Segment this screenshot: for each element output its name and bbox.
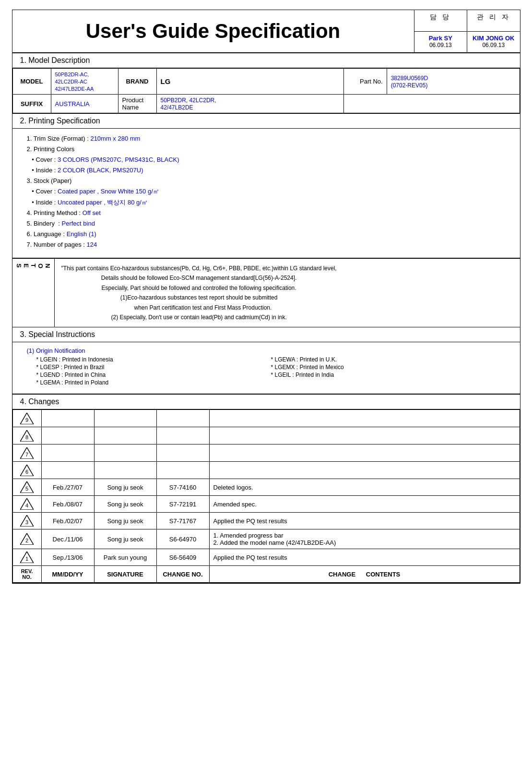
- person-right-date: 06.09.13: [469, 42, 518, 48]
- origin-lgewa: * LGEWA : Printed in U.K.: [271, 356, 506, 363]
- chgno-9: [156, 410, 209, 427]
- rev-3: 3: [12, 513, 41, 529]
- section1-header: 1. Model Description: [12, 53, 520, 68]
- date-6: [41, 462, 94, 479]
- origin-title: (1) Origin Notification: [27, 347, 506, 354]
- content-8: [209, 427, 520, 444]
- footer-contents-label: CONTENTS: [366, 571, 401, 578]
- brand-value: LG: [156, 69, 343, 95]
- date-5: Feb./27/07: [41, 479, 94, 496]
- change-row-8: 8: [12, 427, 520, 444]
- date-7: [41, 444, 94, 462]
- rev-7: 7: [12, 444, 41, 462]
- header-label-left: 담 당: [414, 10, 468, 31]
- sig-2: Song ju seok: [94, 529, 156, 549]
- chgno-1: S6-56409: [156, 549, 209, 566]
- content-9: [209, 410, 520, 427]
- sig-1: Park sun young: [94, 549, 156, 566]
- origin-lgend: * LGEND : Printed in China: [36, 372, 271, 378]
- notes-content: "This part contains Eco-hazardous substa…: [55, 259, 343, 327]
- spec-item-5: 3. Stock (Paper): [27, 176, 506, 186]
- rev-6: 6: [12, 462, 41, 479]
- origin-lgema: * LGEMA : Printed in Poland: [36, 379, 271, 386]
- change-row-9: 9: [12, 410, 520, 427]
- date-9: [41, 410, 94, 427]
- inside-colors: 2 COLOR (BLACK, PMS207U): [58, 167, 143, 174]
- rev-5: 5: [12, 479, 41, 496]
- label-left-text: 담 당: [430, 13, 451, 21]
- special-content: (1) Origin Notification * LGEIN : Printe…: [12, 342, 520, 394]
- model-table: MODEL 50PB2DR-AC,42LC2DR-AC42/47LB2DE-AA…: [12, 68, 520, 113]
- content-1: Applied the PQ test results: [209, 549, 520, 566]
- header-meta-labels-row: 담 당 관 리 자: [414, 10, 520, 32]
- footer-change-label: CHANGE: [329, 571, 355, 578]
- print-spec-content: 1. Trim Size (Format) : 210mm x 280 mm 2…: [12, 129, 520, 258]
- origin-lgesp: * LGESP : Printed in Brazil: [36, 364, 271, 371]
- bindery: Perfect bind: [61, 220, 95, 227]
- sig-8: [94, 427, 156, 444]
- brand-text: LG: [161, 77, 171, 85]
- date-2: Dec./11/06: [41, 529, 94, 549]
- inside-paper: Uncoated paper , 백상지 80 g/㎡: [58, 199, 148, 206]
- content-3: Applied the PQ test results: [209, 513, 520, 529]
- date-4: Feb./08/07: [41, 496, 94, 513]
- change-row-3: 3 Feb./02/07 Song ju seok S7-71767 Appli…: [12, 513, 520, 529]
- spec-item-11: 7. Number of pages : 124: [27, 240, 506, 250]
- spec-item-2: 2. Printing Colors: [27, 144, 506, 155]
- part-no-empty: [343, 95, 520, 113]
- label-right-text: 관 리 자: [477, 13, 510, 21]
- suffix-label: SUFFIX: [12, 95, 51, 113]
- footer-chgno: CHANGE NO.: [156, 566, 209, 583]
- rev-8: 8: [12, 427, 41, 444]
- suffix-value: AUSTRALIA: [51, 95, 118, 113]
- section-changes: 4. Changes 9: [12, 395, 520, 583]
- brand-label: BRAND: [118, 69, 156, 95]
- section-special: 3. Special Instructions (1) Origin Notif…: [12, 327, 520, 395]
- spec-item-7: • Inside : Uncoated paper , 백상지 80 g/㎡: [27, 197, 506, 208]
- product-name-value: 50PB2DR, 42LC2DR,42/47LB2DE: [156, 95, 343, 113]
- page-title: User's Guide Specification: [12, 10, 414, 52]
- change-row-1: 1 Sep./13/06 Park sun young S6-56409 App…: [12, 549, 520, 566]
- person-left-name: Park SY: [416, 35, 465, 42]
- change-row-2: 2 Dec./11/06 Song ju seok S6-64970 1. Am…: [12, 529, 520, 549]
- rev-4: 4: [12, 496, 41, 513]
- print-method: Off set: [83, 209, 101, 216]
- date-8: [41, 427, 94, 444]
- content-2: 1. Amended progress bar2. Added the mode…: [209, 529, 520, 549]
- changes-footer-row: REV.NO. MM/DD/YY SIGNATURE CHANGE NO. CH…: [12, 566, 520, 583]
- content-6: [209, 462, 520, 479]
- person-right-name: KIM JONG OK: [469, 35, 518, 42]
- sig-9: [94, 410, 156, 427]
- model-value: 50PB2DR-AC,42LC2DR-AC42/47LB2DE-AA: [51, 69, 118, 95]
- origin-lgein: * LGEIN : Printed in Indonesia: [36, 356, 271, 363]
- chgno-3: S7-71767: [156, 513, 209, 529]
- header-meta-persons-row: Park SY 06.09.13 KIM JONG OK 06.09.13: [414, 32, 520, 53]
- section2-header: 2. Printing Specification: [12, 114, 520, 129]
- rev-2: 2: [12, 529, 41, 549]
- rev-9: 9: [12, 410, 41, 427]
- footer-rev: REV.NO.: [12, 566, 41, 583]
- date-3: Feb./02/07: [41, 513, 94, 529]
- sig-6: [94, 462, 156, 479]
- chgno-7: [156, 444, 209, 462]
- chgno-2: S6-64970: [156, 529, 209, 549]
- sig-7: [94, 444, 156, 462]
- origin-lgeil: * LGEIL : Printed in India: [271, 372, 506, 378]
- sig-5: Song ju seok: [94, 479, 156, 496]
- section-model: 1. Model Description MODEL 50PB2DR-AC,42…: [12, 53, 520, 114]
- language: English (1): [67, 230, 96, 238]
- person-right: KIM JONG OK 06.09.13: [467, 32, 520, 53]
- section3-header: 3. Special Instructions: [12, 327, 520, 342]
- spec-item-3: • Cover : 3 COLORS (PMS207C, PMS431C, BL…: [27, 155, 506, 165]
- origin-notification-label: (1) Origin Notification: [27, 347, 85, 354]
- product-name-label: Product Name: [118, 95, 156, 113]
- spec-item-6: • Cover : Coated paper , Snow White 150 …: [27, 186, 506, 197]
- footer-change-contents: CHANGE CONTENTS: [209, 566, 520, 583]
- origin-lgemx: * LGEMX : Printed in Mexico: [271, 364, 506, 371]
- header-label-right: 관 리 자: [467, 10, 520, 31]
- change-row-5: 5 Feb./27/07 Song ju seok S7-74160 Delet…: [12, 479, 520, 496]
- spec-item-8: 4. Printing Method : Off set: [27, 208, 506, 218]
- spec-item-1: 1. Trim Size (Format) : 210mm x 280 mm: [27, 133, 506, 144]
- changes-table: 9 8: [12, 409, 520, 583]
- origins-grid: * LGEIN : Printed in Indonesia * LGEWA :…: [36, 356, 506, 386]
